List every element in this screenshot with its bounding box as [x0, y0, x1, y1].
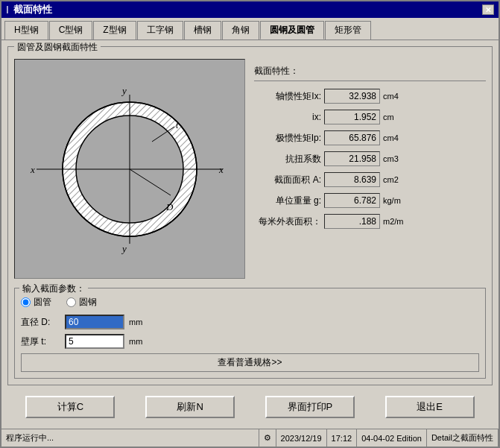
- prop-value-area: 8.639: [324, 172, 380, 187]
- radio-solid-rod[interactable]: 圆钢: [66, 296, 97, 309]
- tab-round-pipe[interactable]: 圆钢及圆管: [260, 21, 324, 40]
- calc-button[interactable]: 计算C: [25, 396, 115, 418]
- status-module: Detail之截面特性: [427, 429, 499, 447]
- prop-label-area: 截面面积 A:: [254, 174, 321, 186]
- prop-row-surface: 每米外表面积： .188 m2/m: [254, 214, 486, 229]
- main-window: I 截面特性 ✕ H型钢 C型钢 Z型钢 工字钢 槽钢 角钢 圆钢及圆管 矩形管…: [0, 0, 500, 448]
- thickness-unit: mm: [129, 337, 142, 346]
- tab-i-steel[interactable]: 工字钢: [137, 21, 183, 40]
- svg-text:x: x: [30, 164, 35, 175]
- drawing-area: y y x x t D: [14, 59, 245, 279]
- tab-h-steel[interactable]: H型钢: [4, 21, 48, 40]
- prop-value-ix: 32.938: [324, 89, 380, 104]
- lookup-button[interactable]: 查看普通规格>>: [21, 353, 479, 372]
- tab-c-steel[interactable]: C型钢: [49, 21, 93, 40]
- section-group-title: 圆管及圆钢截面特性: [14, 41, 101, 54]
- prop-value-weight: 6.782: [324, 193, 380, 208]
- print-button[interactable]: 界面打印P: [265, 396, 355, 418]
- prop-value-ip: 65.876: [324, 130, 380, 145]
- radio-rod-label: 圆钢: [79, 296, 97, 309]
- svg-text:y: y: [121, 85, 127, 96]
- prop-row-weight: 单位重量 g: 6.782 kg/m: [254, 193, 486, 208]
- top-section: y y x x t D 截: [14, 59, 486, 279]
- prop-row-ip: 极惯性矩Ip: 65.876 cm4: [254, 130, 486, 145]
- prop-row-ix2: ix: 1.952 cm: [254, 110, 486, 124]
- svg-text:x: x: [218, 164, 224, 175]
- tab-angle-steel[interactable]: 角钢: [222, 21, 259, 40]
- radio-pipe-input[interactable]: [21, 297, 31, 307]
- refresh-button[interactable]: 刷新N: [145, 396, 235, 418]
- thickness-input[interactable]: [65, 334, 124, 349]
- prop-unit-area: cm2: [383, 175, 410, 184]
- title-bar: I 截面特性 ✕: [1, 1, 499, 18]
- tab-bar: H型钢 C型钢 Z型钢 工字钢 槽钢 角钢 圆钢及圆管 矩形管: [1, 18, 499, 40]
- button-bar: 计算C 刷新N 界面打印P 退出E: [7, 391, 493, 423]
- prop-unit-weight: kg/m: [383, 196, 410, 205]
- prop-label-ix2: ix:: [254, 112, 321, 122]
- input-section: 输入截面参数： 圆管 圆钢 直径 D:: [14, 288, 486, 379]
- status-time: 17:12: [327, 429, 358, 447]
- tab-rect-pipe[interactable]: 矩形管: [325, 21, 371, 40]
- status-edition: 04-04-02 Edition: [357, 429, 427, 447]
- tab-channel-steel[interactable]: 槽钢: [184, 21, 221, 40]
- app-icon: I: [6, 4, 9, 16]
- prop-section-title: 截面特性：: [254, 65, 486, 81]
- radio-pipe-label: 圆管: [34, 296, 51, 309]
- prop-value-torsion: 21.958: [324, 151, 380, 166]
- status-bar: 程序运行中... ⚙ 2023/12/19 17:12 04-04-02 Edi…: [1, 429, 499, 447]
- cross-section-diagram: y y x x t D: [22, 83, 238, 255]
- prop-unit-torsion: cm3: [383, 154, 410, 163]
- prop-unit-ip: cm4: [383, 133, 410, 142]
- radio-round-pipe[interactable]: 圆管: [21, 296, 51, 309]
- prop-label-surface: 每米外表面积：: [254, 215, 321, 228]
- prop-value-surface: .188: [324, 214, 380, 229]
- window-title: 截面特性: [13, 3, 52, 16]
- close-button[interactable]: ✕: [482, 4, 494, 15]
- input-group-box: 输入截面参数： 圆管 圆钢 直径 D:: [14, 288, 486, 379]
- svg-text:y: y: [121, 243, 127, 254]
- prop-value-ix2: 1.952: [324, 110, 380, 124]
- input-row-diameter: 直径 D: mm: [21, 315, 479, 329]
- diameter-input[interactable]: [65, 315, 124, 329]
- input-group-title: 输入截面参数：: [19, 283, 88, 295]
- radio-rod-input[interactable]: [66, 297, 76, 307]
- diameter-label: 直径 D:: [21, 316, 62, 329]
- prop-row-ix: 轴惯性矩Ix: 32.938 cm4: [254, 89, 486, 104]
- thickness-label: 壁厚 t:: [21, 335, 62, 348]
- prop-row-torsion: 抗扭系数 21.958 cm3: [254, 151, 486, 166]
- prop-label-ip: 极惯性矩Ip:: [254, 132, 321, 145]
- tab-z-steel[interactable]: Z型钢: [93, 21, 136, 40]
- prop-label-ix: 轴惯性矩Ix:: [254, 90, 321, 103]
- exit-button[interactable]: 退出E: [385, 396, 475, 418]
- prop-unit-ix2: cm: [383, 113, 410, 122]
- prop-label-weight: 单位重量 g:: [254, 195, 321, 207]
- prop-row-area: 截面面积 A: 8.639 cm2: [254, 172, 486, 187]
- prop-unit-surface: m2/m: [383, 217, 410, 226]
- input-row-thickness: 壁厚 t: mm: [21, 334, 479, 349]
- prop-unit-ix: cm4: [383, 92, 410, 101]
- status-date: 2023/12/19: [276, 429, 327, 447]
- properties-panel: 截面特性： 轴惯性矩Ix: 32.938 cm4 ix: 1.952 cm: [254, 59, 486, 279]
- prop-label-torsion: 抗扭系数: [254, 153, 321, 165]
- status-running: 程序运行中...: [1, 429, 259, 447]
- svg-text:D: D: [165, 201, 174, 212]
- status-icon: ⚙: [259, 429, 276, 447]
- main-content: 圆管及圆钢截面特性: [1, 40, 499, 429]
- diameter-unit: mm: [129, 318, 142, 326]
- section-group-box: 圆管及圆钢截面特性: [7, 46, 493, 385]
- radio-row: 圆管 圆钢: [21, 296, 479, 309]
